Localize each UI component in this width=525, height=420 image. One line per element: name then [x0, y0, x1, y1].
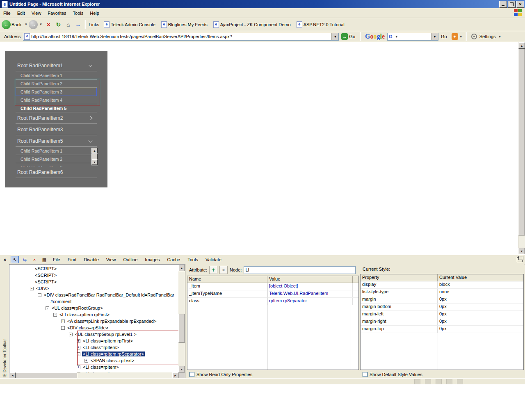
tree-expander-plus-icon[interactable]: +	[61, 320, 65, 323]
search-dropdown-icon[interactable]: ▼	[431, 33, 438, 40]
panel-scroll-down-icon[interactable]: ▼	[91, 159, 98, 165]
style-row[interactable]: margin-bottom0px	[361, 304, 523, 311]
home-button[interactable]: ⌂	[64, 21, 72, 29]
devbar-menu-file[interactable]: File	[49, 256, 64, 263]
devbar-menu-images[interactable]: Images	[141, 256, 163, 263]
devbar-menu-outline[interactable]: Outline	[119, 256, 141, 263]
style-header-property[interactable]: Property	[361, 274, 438, 281]
forward-dropdown-icon[interactable]: ▼	[38, 23, 43, 26]
tree-expander-plus-icon[interactable]: +	[77, 346, 80, 349]
tree-node[interactable]: -<UL class=rpGroup rpLevel1 >	[9, 331, 178, 338]
back-dropdown-icon[interactable]: ▼	[23, 23, 29, 26]
tree-node[interactable]: -<UL class=rpRootGroup>	[9, 305, 178, 311]
style-row[interactable]: margin0px	[361, 296, 523, 304]
attribute-row[interactable]: classrpItem rpSeparator	[187, 298, 358, 305]
tree-hscroll-thumb[interactable]	[16, 372, 77, 379]
link-item[interactable]: eASP.NET2.0 Tutorial	[294, 21, 347, 28]
address-input[interactable]: e http://localhost:18418/Telerik.Web.Sel…	[23, 33, 339, 41]
tree-node[interactable]: +<A class=rpLink rpExpandable rpExpanded…	[9, 318, 178, 324]
tree-expander-minus-icon[interactable]: -	[61, 326, 65, 330]
panel-scroll-up-icon[interactable]: ▲	[91, 148, 98, 153]
minimize-button[interactable]	[499, 1, 507, 8]
back-label[interactable]: Back	[11, 22, 23, 27]
panel-root-item[interactable]: Root RadPanelItem6	[16, 167, 97, 178]
tree-node[interactable]: +<SPAN class=rpText>	[9, 357, 178, 364]
tree-node[interactable]: <SCRIPT>	[9, 278, 178, 285]
panel-child-item[interactable]: Child RadPanelItem 2	[16, 155, 92, 163]
tree-expander-plus-icon[interactable]: +	[77, 339, 80, 343]
select-element-icon[interactable]: ↖	[11, 256, 19, 263]
tree-expander-minus-icon[interactable]: -	[77, 352, 80, 356]
address-dropdown-icon[interactable]: ▼	[331, 33, 338, 40]
add-attribute-button[interactable]: +	[209, 266, 217, 274]
bookmarks-icon[interactable]: ✦	[452, 33, 458, 40]
google-g-dropdown-icon[interactable]: ▼	[394, 35, 399, 39]
style-row[interactable]: displayblock	[361, 281, 523, 289]
tree-expander-minus-icon[interactable]: -	[53, 313, 57, 317]
style-row[interactable]: list-style-typenone	[361, 289, 523, 296]
menu-help[interactable]: Help	[87, 9, 103, 17]
panel-child-item[interactable]: Child RadPanelItem 1	[16, 71, 97, 80]
panel-root-item[interactable]: Root RadPanelItem2	[16, 112, 97, 124]
tree-node[interactable]: +<LI class=rpItem>	[9, 364, 178, 370]
settings-button[interactable]: Settings ▼	[469, 34, 505, 39]
tree-expander-minus-icon[interactable]: -	[30, 287, 34, 290]
readonly-checkbox[interactable]	[189, 372, 194, 377]
tree-node[interactable]: -<LI class=rpItem rpFirst>	[9, 311, 178, 318]
go-arrow-icon[interactable]: →	[74, 21, 82, 29]
go-button[interactable]: → Go	[339, 33, 358, 40]
refresh-dom-icon[interactable]: ⇆	[21, 256, 29, 263]
style-row[interactable]: margin-left0px	[361, 311, 523, 318]
devbar-menu-validate[interactable]: Validate	[202, 256, 225, 263]
tree-node[interactable]: -<DIV>	[9, 285, 178, 292]
forward-button[interactable]: →	[29, 20, 38, 29]
stop-button[interactable]: ×	[44, 21, 52, 29]
tree-node[interactable]: +<LI class=rpItem rpFirst>	[9, 338, 178, 344]
refresh-button[interactable]: ↻	[54, 21, 62, 29]
tree-expander-minus-icon[interactable]: -	[69, 333, 73, 336]
tree-scroll-left-icon[interactable]: ◄	[9, 372, 16, 379]
view-source-icon[interactable]: ▦	[40, 256, 48, 263]
tree-node[interactable]: #comment	[9, 298, 178, 305]
tree-expander-plus-icon[interactable]: +	[77, 365, 80, 369]
menu-favorites[interactable]: Favorites	[44, 9, 69, 17]
defaults-checkbox[interactable]	[363, 372, 368, 377]
panel-group-scrollbar[interactable]: ▲▼	[91, 148, 98, 166]
panel-root-item[interactable]: Root RadPanelItem5	[16, 135, 97, 147]
google-go-button[interactable]: Go	[438, 34, 450, 39]
tree-node[interactable]: <SCRIPT>	[9, 265, 178, 272]
delete-attribute-button[interactable]: ×	[219, 266, 228, 274]
clear-selection-icon[interactable]: ×	[30, 256, 39, 263]
attribute-row[interactable]: _item[object Object]	[187, 283, 358, 290]
panel-child-item[interactable]: Child RadPanelItem 3	[16, 88, 97, 96]
style-row[interactable]: margin-top0px	[361, 326, 523, 333]
scroll-up-icon[interactable]: ▲	[518, 42, 525, 49]
bookmarks-dropdown-icon[interactable]: ▼	[458, 35, 464, 39]
tree-expander-minus-icon[interactable]: -	[38, 293, 41, 297]
page-scrollbar[interactable]: ▲ ▼	[518, 42, 525, 254]
google-search-input[interactable]: G ▼ ▼	[387, 33, 438, 41]
devbar-menu-find[interactable]: Find	[64, 256, 80, 263]
panel-scroll-thumb[interactable]	[91, 153, 98, 159]
close-button[interactable]: ×	[516, 1, 524, 8]
panel-child-item[interactable]: Child RadPanelItem 1	[16, 147, 92, 155]
tree-node[interactable]: -<LI class=rpItem rpSeparator>	[9, 351, 178, 357]
link-item[interactable]: eBloglines My Feeds	[158, 21, 210, 28]
tree-scroll-up-icon[interactable]: ▲	[178, 265, 185, 271]
attribute-row[interactable]: _itemTypeNameTelerik.Web.UI.RadPanelItem	[187, 290, 358, 298]
node-input[interactable]: LI	[244, 266, 356, 274]
tree-scroll-thumb[interactable]	[178, 314, 185, 342]
undock-icon[interactable]	[517, 257, 523, 262]
devbar-menu-tools[interactable]: Tools	[184, 256, 202, 263]
tree-node[interactable]: -<DIV class=rpSlide>	[9, 324, 178, 331]
attr-header-name[interactable]: Name	[187, 276, 267, 283]
tree-node[interactable]: <SCRIPT>	[9, 272, 178, 278]
menu-view[interactable]: View	[28, 9, 45, 17]
address-url[interactable]: http://localhost:18418/Telerik.Web.Selen…	[30, 34, 331, 39]
devbar-menu-disable[interactable]: Disable	[80, 256, 103, 263]
menu-tools[interactable]: Tools	[70, 9, 87, 17]
devbar-menu-view[interactable]: View	[103, 256, 120, 263]
panel-child-item[interactable]: Child RadPanelItem 5	[16, 104, 97, 112]
restore-button[interactable]	[508, 1, 516, 8]
tree-scroll-down-icon[interactable]: ▼	[178, 366, 185, 372]
